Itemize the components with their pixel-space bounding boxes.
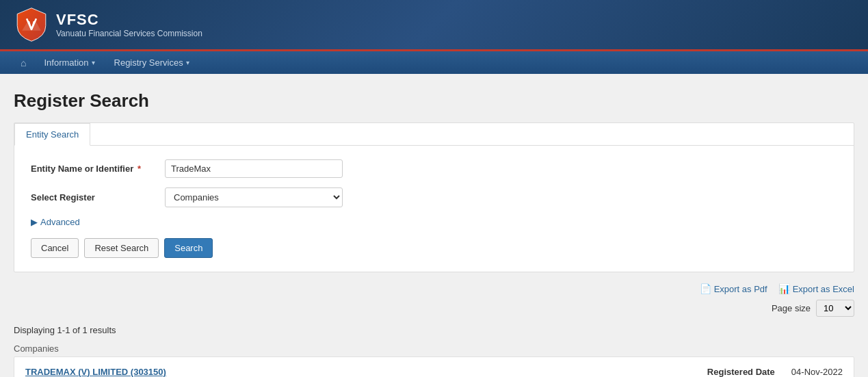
tab-entity-search[interactable]: Entity Search <box>14 123 90 146</box>
result-name-link[interactable]: TRADEMAX (V) LIMITED (303150) <box>25 367 267 377</box>
page-title: Register Search <box>14 90 854 112</box>
required-indicator: * <box>137 164 141 174</box>
site-title: VFSC <box>56 11 202 29</box>
excel-icon: 📊 <box>778 283 790 294</box>
entity-name-label: Entity Name or Identifier * <box>31 164 154 174</box>
search-button[interactable]: Search <box>164 238 213 258</box>
header-text: VFSC Vanuatu Financial Services Commissi… <box>56 11 202 38</box>
select-register-label: Select Register <box>31 192 154 203</box>
search-panel: Entity Search Entity Name or Identifier … <box>14 122 854 272</box>
form-buttons: Cancel Reset Search Search <box>31 238 837 258</box>
results-count: Displaying 1-1 of 1 results <box>14 325 854 335</box>
home-icon: ⌂ <box>21 57 26 68</box>
navbar: ⌂ Information ▾ Registry Services ▾ <box>0 49 868 74</box>
header: V VFSC Vanuatu Financial Services Commis… <box>0 0 868 49</box>
result-entry: TRADEMAX (V) LIMITED (303150) 1st Floor,… <box>14 356 854 377</box>
chevron-down-icon: ▾ <box>92 59 95 66</box>
cancel-button[interactable]: Cancel <box>31 238 79 258</box>
logo-area: V VFSC Vanuatu Financial Services Commis… <box>14 7 202 42</box>
result-section-label: Companies <box>14 343 854 354</box>
nav-item-registry-services[interactable]: Registry Services ▾ <box>106 52 198 73</box>
vfsc-logo: V <box>14 7 49 42</box>
nav-item-information[interactable]: Information ▾ <box>36 52 103 73</box>
nav-label-information: Information <box>44 57 88 68</box>
advanced-link[interactable]: ▶ Advanced <box>31 217 837 227</box>
page-size-select[interactable]: 10 25 50 100 <box>816 300 854 317</box>
results-area: 📄 Export as Pdf 📊 Export as Excel Page s… <box>14 283 854 377</box>
main-content: Register Search Entity Search Entity Nam… <box>0 74 868 377</box>
page-size-label: Page size <box>772 303 811 313</box>
nav-label-registry-services: Registry Services <box>114 57 183 68</box>
export-excel-link[interactable]: 📊 Export as Excel <box>778 283 854 294</box>
entity-name-row: Entity Name or Identifier * <box>31 159 837 178</box>
chevron-down-icon-2: ▾ <box>186 59 189 66</box>
results-toolbar: 📄 Export as Pdf 📊 Export as Excel <box>14 283 854 294</box>
export-pdf-link[interactable]: 📄 Export as Pdf <box>700 283 767 294</box>
form-area: Entity Name or Identifier * Select Regis… <box>14 146 854 272</box>
registered-date-value: 04-Nov-2022 <box>791 367 843 377</box>
result-left: TRADEMAX (V) LIMITED (303150) 1st Floor,… <box>25 367 267 377</box>
entity-name-input[interactable] <box>165 159 343 178</box>
select-register-dropdown[interactable]: Companies Partnerships Business Names Tr… <box>165 187 343 207</box>
reset-search-button[interactable]: Reset Search <box>84 238 159 258</box>
pdf-icon: 📄 <box>700 283 711 294</box>
result-right: Registered Date 04-Nov-2022 Company Type… <box>707 367 843 377</box>
site-subtitle: Vanuatu Financial Services Commission <box>56 29 202 38</box>
home-nav-item[interactable]: ⌂ <box>14 52 33 74</box>
select-register-row: Select Register Companies Partnerships B… <box>31 187 837 207</box>
svg-text:V: V <box>28 20 36 31</box>
registered-date-label: Registered Date <box>707 367 775 377</box>
advanced-arrow-icon: ▶ <box>31 217 38 227</box>
tab-bar: Entity Search <box>14 123 854 146</box>
page-size-row: Page size 10 25 50 100 <box>14 300 854 317</box>
